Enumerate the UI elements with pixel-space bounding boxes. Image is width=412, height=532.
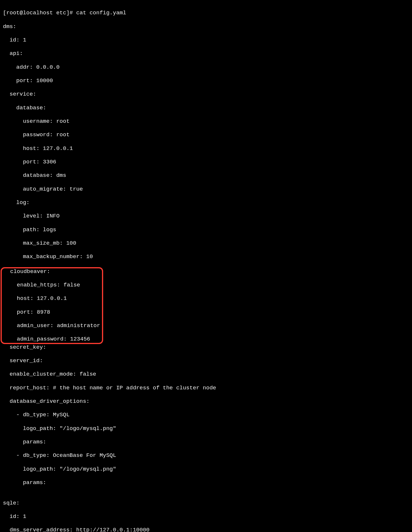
yaml-line: logo_path: "/logo/mysql.png" — [3, 425, 409, 432]
prompt-line[interactable]: [root@localhost etc]# cat config.yaml — [3, 10, 409, 16]
yaml-line: cloudbeaver: — [4, 268, 100, 275]
yaml-line: port: 10000 — [3, 77, 409, 84]
yaml-line: report_host: # the host name or IP addre… — [3, 385, 409, 391]
yaml-line: database: dms — [3, 172, 409, 179]
yaml-line: id: 1 — [3, 513, 409, 520]
yaml-line: service: — [3, 91, 409, 98]
yaml-line: enable_cluster_mode: false — [3, 371, 409, 378]
yaml-line: level: INFO — [3, 213, 409, 220]
yaml-line: log: — [3, 199, 409, 206]
yaml-line: database_driver_options: — [3, 398, 409, 405]
yaml-line: database: — [3, 105, 409, 111]
yaml-line: max_size_mb: 100 — [3, 240, 409, 247]
yaml-line: secret_key: — [3, 344, 409, 351]
yaml-line: sqle: — [3, 500, 409, 507]
yaml-line: - db_type: OceanBase For MySQL — [3, 452, 409, 459]
yaml-line: admin_password: 123456 — [4, 336, 100, 343]
yaml-line: dms_server_address: http://127.0.0.1:100… — [3, 527, 409, 532]
yaml-line: admin_user: administrator — [4, 322, 100, 329]
yaml-line: host: 127.0.0.1 — [3, 145, 409, 152]
yaml-line: params: — [3, 479, 409, 486]
yaml-line: addr: 0.0.0.0 — [3, 64, 409, 71]
yaml-line: auto_migrate: true — [3, 186, 409, 193]
yaml-line: server_id: — [3, 357, 409, 364]
yaml-line: enable_https: false — [4, 282, 100, 289]
yaml-line: username: root — [3, 118, 409, 125]
yaml-line: port: 8978 — [4, 309, 100, 316]
yaml-line: password: root — [3, 132, 409, 138]
yaml-line: id: 1 — [3, 37, 409, 44]
yaml-line: path: logs — [3, 227, 409, 233]
highlighted-cloudbeaver-section: cloudbeaver: enable_https: false host: 1… — [1, 267, 103, 344]
yaml-line: host: 127.0.0.1 — [4, 295, 100, 302]
yaml-line: params: — [3, 439, 409, 445]
yaml-line: api: — [3, 50, 409, 57]
terminal-output: [root@localhost etc]# cat config.yaml dm… — [0, 0, 412, 532]
yaml-line: - db_type: MySQL — [3, 412, 409, 418]
yaml-line: max_backup_number: 10 — [3, 253, 409, 260]
yaml-line: logo_path: "/logo/mysql.png" — [3, 466, 409, 473]
yaml-line: port: 3306 — [3, 159, 409, 165]
yaml-line: dms: — [3, 23, 409, 30]
